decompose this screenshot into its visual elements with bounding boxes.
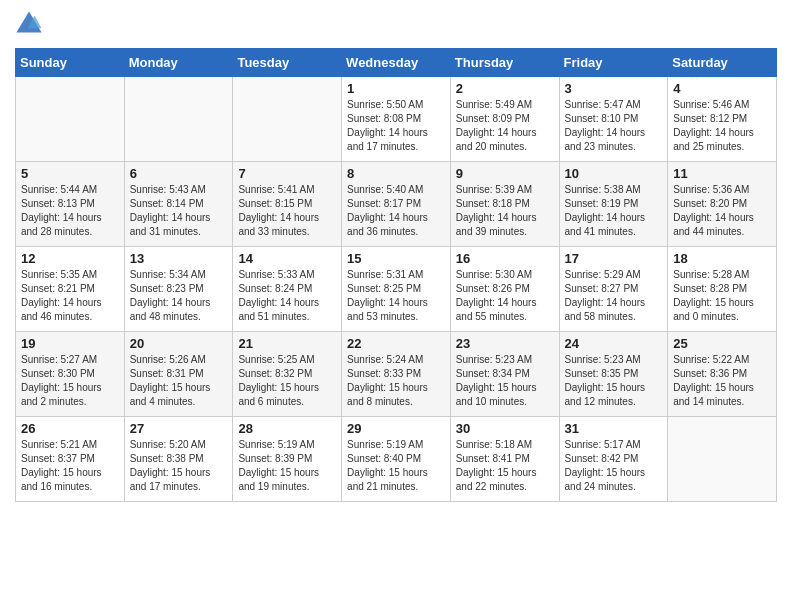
- day-info: Sunrise: 5:43 AM Sunset: 8:14 PM Dayligh…: [130, 183, 228, 239]
- day-number: 16: [456, 251, 554, 266]
- calendar-cell: 25Sunrise: 5:22 AM Sunset: 8:36 PM Dayli…: [668, 332, 777, 417]
- header-saturday: Saturday: [668, 49, 777, 77]
- calendar-cell: 7Sunrise: 5:41 AM Sunset: 8:15 PM Daylig…: [233, 162, 342, 247]
- calendar-cell: 16Sunrise: 5:30 AM Sunset: 8:26 PM Dayli…: [450, 247, 559, 332]
- day-info: Sunrise: 5:40 AM Sunset: 8:17 PM Dayligh…: [347, 183, 445, 239]
- calendar-cell: 28Sunrise: 5:19 AM Sunset: 8:39 PM Dayli…: [233, 417, 342, 502]
- day-info: Sunrise: 5:39 AM Sunset: 8:18 PM Dayligh…: [456, 183, 554, 239]
- day-number: 30: [456, 421, 554, 436]
- calendar-table: SundayMondayTuesdayWednesdayThursdayFrid…: [15, 48, 777, 502]
- day-number: 31: [565, 421, 663, 436]
- day-number: 11: [673, 166, 771, 181]
- header-monday: Monday: [124, 49, 233, 77]
- calendar-cell: [668, 417, 777, 502]
- calendar-cell: 15Sunrise: 5:31 AM Sunset: 8:25 PM Dayli…: [342, 247, 451, 332]
- calendar-week-5: 26Sunrise: 5:21 AM Sunset: 8:37 PM Dayli…: [16, 417, 777, 502]
- header-friday: Friday: [559, 49, 668, 77]
- day-info: Sunrise: 5:19 AM Sunset: 8:39 PM Dayligh…: [238, 438, 336, 494]
- calendar-cell: 26Sunrise: 5:21 AM Sunset: 8:37 PM Dayli…: [16, 417, 125, 502]
- calendar-cell: 14Sunrise: 5:33 AM Sunset: 8:24 PM Dayli…: [233, 247, 342, 332]
- calendar-cell: [233, 77, 342, 162]
- day-number: 13: [130, 251, 228, 266]
- day-number: 23: [456, 336, 554, 351]
- calendar-cell: 22Sunrise: 5:24 AM Sunset: 8:33 PM Dayli…: [342, 332, 451, 417]
- day-number: 26: [21, 421, 119, 436]
- day-number: 1: [347, 81, 445, 96]
- day-info: Sunrise: 5:19 AM Sunset: 8:40 PM Dayligh…: [347, 438, 445, 494]
- day-number: 22: [347, 336, 445, 351]
- calendar-cell: 3Sunrise: 5:47 AM Sunset: 8:10 PM Daylig…: [559, 77, 668, 162]
- calendar-cell: 9Sunrise: 5:39 AM Sunset: 8:18 PM Daylig…: [450, 162, 559, 247]
- header-tuesday: Tuesday: [233, 49, 342, 77]
- calendar-cell: 17Sunrise: 5:29 AM Sunset: 8:27 PM Dayli…: [559, 247, 668, 332]
- calendar-cell: 1Sunrise: 5:50 AM Sunset: 8:08 PM Daylig…: [342, 77, 451, 162]
- calendar-week-4: 19Sunrise: 5:27 AM Sunset: 8:30 PM Dayli…: [16, 332, 777, 417]
- calendar-cell: 29Sunrise: 5:19 AM Sunset: 8:40 PM Dayli…: [342, 417, 451, 502]
- day-info: Sunrise: 5:38 AM Sunset: 8:19 PM Dayligh…: [565, 183, 663, 239]
- day-info: Sunrise: 5:20 AM Sunset: 8:38 PM Dayligh…: [130, 438, 228, 494]
- day-info: Sunrise: 5:46 AM Sunset: 8:12 PM Dayligh…: [673, 98, 771, 154]
- logo-icon: [15, 10, 43, 38]
- calendar-cell: 12Sunrise: 5:35 AM Sunset: 8:21 PM Dayli…: [16, 247, 125, 332]
- logo: [15, 10, 47, 38]
- day-info: Sunrise: 5:23 AM Sunset: 8:34 PM Dayligh…: [456, 353, 554, 409]
- calendar-cell: 2Sunrise: 5:49 AM Sunset: 8:09 PM Daylig…: [450, 77, 559, 162]
- day-number: 18: [673, 251, 771, 266]
- day-info: Sunrise: 5:44 AM Sunset: 8:13 PM Dayligh…: [21, 183, 119, 239]
- day-info: Sunrise: 5:29 AM Sunset: 8:27 PM Dayligh…: [565, 268, 663, 324]
- calendar-cell: 4Sunrise: 5:46 AM Sunset: 8:12 PM Daylig…: [668, 77, 777, 162]
- day-number: 10: [565, 166, 663, 181]
- day-number: 12: [21, 251, 119, 266]
- calendar-cell: 21Sunrise: 5:25 AM Sunset: 8:32 PM Dayli…: [233, 332, 342, 417]
- day-info: Sunrise: 5:36 AM Sunset: 8:20 PM Dayligh…: [673, 183, 771, 239]
- calendar-cell: 6Sunrise: 5:43 AM Sunset: 8:14 PM Daylig…: [124, 162, 233, 247]
- day-number: 24: [565, 336, 663, 351]
- calendar-header-row: SundayMondayTuesdayWednesdayThursdayFrid…: [16, 49, 777, 77]
- day-info: Sunrise: 5:22 AM Sunset: 8:36 PM Dayligh…: [673, 353, 771, 409]
- calendar-week-2: 5Sunrise: 5:44 AM Sunset: 8:13 PM Daylig…: [16, 162, 777, 247]
- day-number: 15: [347, 251, 445, 266]
- calendar-cell: 13Sunrise: 5:34 AM Sunset: 8:23 PM Dayli…: [124, 247, 233, 332]
- day-number: 4: [673, 81, 771, 96]
- day-info: Sunrise: 5:50 AM Sunset: 8:08 PM Dayligh…: [347, 98, 445, 154]
- calendar-cell: 18Sunrise: 5:28 AM Sunset: 8:28 PM Dayli…: [668, 247, 777, 332]
- calendar-cell: [124, 77, 233, 162]
- calendar-cell: 30Sunrise: 5:18 AM Sunset: 8:41 PM Dayli…: [450, 417, 559, 502]
- calendar-cell: 19Sunrise: 5:27 AM Sunset: 8:30 PM Dayli…: [16, 332, 125, 417]
- calendar-week-1: 1Sunrise: 5:50 AM Sunset: 8:08 PM Daylig…: [16, 77, 777, 162]
- calendar-cell: 20Sunrise: 5:26 AM Sunset: 8:31 PM Dayli…: [124, 332, 233, 417]
- day-number: 25: [673, 336, 771, 351]
- calendar-cell: 11Sunrise: 5:36 AM Sunset: 8:20 PM Dayli…: [668, 162, 777, 247]
- day-info: Sunrise: 5:28 AM Sunset: 8:28 PM Dayligh…: [673, 268, 771, 324]
- calendar-week-3: 12Sunrise: 5:35 AM Sunset: 8:21 PM Dayli…: [16, 247, 777, 332]
- day-number: 17: [565, 251, 663, 266]
- day-number: 5: [21, 166, 119, 181]
- day-info: Sunrise: 5:34 AM Sunset: 8:23 PM Dayligh…: [130, 268, 228, 324]
- day-number: 14: [238, 251, 336, 266]
- day-info: Sunrise: 5:41 AM Sunset: 8:15 PM Dayligh…: [238, 183, 336, 239]
- day-info: Sunrise: 5:31 AM Sunset: 8:25 PM Dayligh…: [347, 268, 445, 324]
- calendar-cell: 5Sunrise: 5:44 AM Sunset: 8:13 PM Daylig…: [16, 162, 125, 247]
- day-info: Sunrise: 5:21 AM Sunset: 8:37 PM Dayligh…: [21, 438, 119, 494]
- day-info: Sunrise: 5:17 AM Sunset: 8:42 PM Dayligh…: [565, 438, 663, 494]
- day-info: Sunrise: 5:26 AM Sunset: 8:31 PM Dayligh…: [130, 353, 228, 409]
- day-info: Sunrise: 5:35 AM Sunset: 8:21 PM Dayligh…: [21, 268, 119, 324]
- day-info: Sunrise: 5:25 AM Sunset: 8:32 PM Dayligh…: [238, 353, 336, 409]
- calendar-cell: 8Sunrise: 5:40 AM Sunset: 8:17 PM Daylig…: [342, 162, 451, 247]
- day-info: Sunrise: 5:27 AM Sunset: 8:30 PM Dayligh…: [21, 353, 119, 409]
- calendar-cell: [16, 77, 125, 162]
- day-info: Sunrise: 5:47 AM Sunset: 8:10 PM Dayligh…: [565, 98, 663, 154]
- calendar-cell: 27Sunrise: 5:20 AM Sunset: 8:38 PM Dayli…: [124, 417, 233, 502]
- day-number: 8: [347, 166, 445, 181]
- calendar-cell: 24Sunrise: 5:23 AM Sunset: 8:35 PM Dayli…: [559, 332, 668, 417]
- header-sunday: Sunday: [16, 49, 125, 77]
- page-header: [15, 10, 777, 38]
- day-info: Sunrise: 5:49 AM Sunset: 8:09 PM Dayligh…: [456, 98, 554, 154]
- calendar-cell: 10Sunrise: 5:38 AM Sunset: 8:19 PM Dayli…: [559, 162, 668, 247]
- day-number: 7: [238, 166, 336, 181]
- day-number: 6: [130, 166, 228, 181]
- day-number: 29: [347, 421, 445, 436]
- day-number: 20: [130, 336, 228, 351]
- day-number: 28: [238, 421, 336, 436]
- day-info: Sunrise: 5:18 AM Sunset: 8:41 PM Dayligh…: [456, 438, 554, 494]
